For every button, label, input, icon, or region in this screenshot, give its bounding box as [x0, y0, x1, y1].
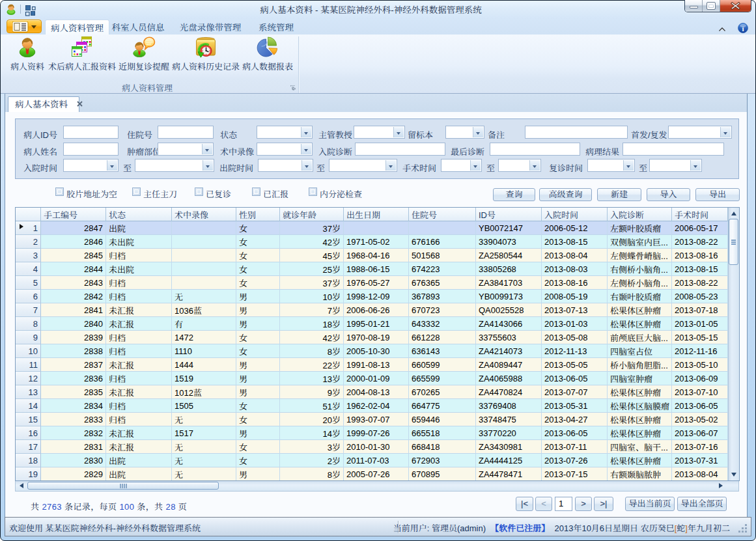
svg-text:i: i [742, 25, 744, 33]
